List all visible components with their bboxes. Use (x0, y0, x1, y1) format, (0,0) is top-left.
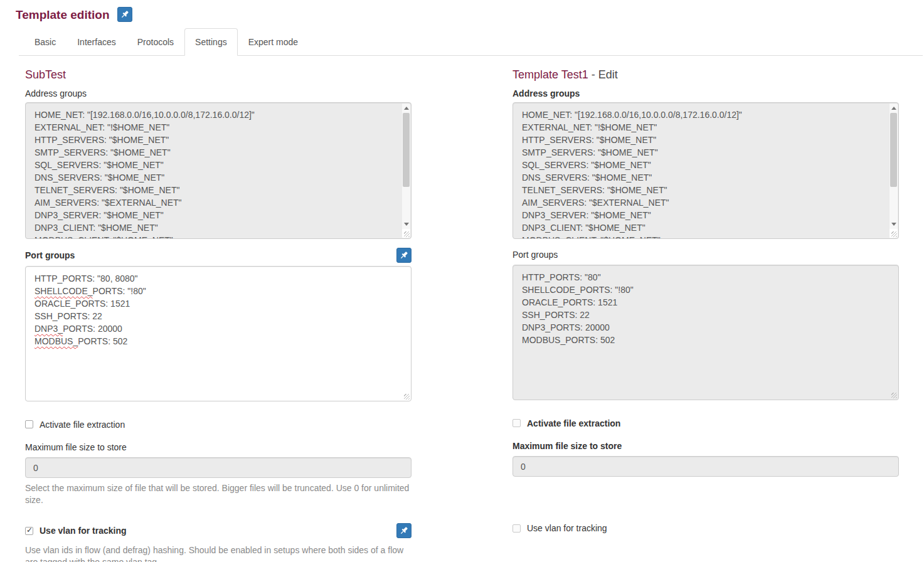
address-groups-textarea-left: HOME_NET: "[192.168.0.0/16,10.0.0.0/8,17… (25, 102, 412, 239)
template-test1-link[interactable]: Template Test1 (512, 68, 588, 81)
column-subtest: SubTest Address groups HOME_NET: "[192.1… (25, 56, 412, 562)
activate-file-extraction-label-right: Activate file extraction (527, 418, 620, 428)
tab-interfaces[interactable]: Interfaces (66, 28, 126, 56)
address-groups-label-left: Address groups (25, 88, 412, 99)
address-groups-textarea-right: HOME_NET: "[192.168.0.0/16,10.0.0.0/8,17… (512, 102, 899, 239)
pin-use-vlan-button[interactable] (396, 523, 412, 538)
max-file-size-input-left (25, 457, 412, 478)
scrollbar-right[interactable] (889, 103, 898, 229)
max-file-size-label-left: Maximum file size to store (25, 442, 412, 453)
resize-grip-icon[interactable] (404, 394, 410, 400)
page-header: Template edition (0, 0, 924, 22)
scrollbar-thumb[interactable] (403, 113, 410, 187)
activate-file-extraction-checkbox-right (512, 419, 521, 427)
subtest-link[interactable]: SubTest (25, 68, 66, 81)
tab-bar: Basic Interfaces Protocols Settings Expe… (19, 28, 923, 56)
use-vlan-checkbox-left[interactable] (25, 527, 33, 535)
port-groups-textarea-left[interactable]: HTTP_PORTS: "80, 8080"SHELLCODE_PORTS: "… (25, 266, 412, 401)
scroll-down-icon[interactable] (402, 220, 410, 228)
use-vlan-help: Use vlan ids in flow (and defrag) hashin… (25, 544, 412, 562)
activate-file-extraction-checkbox-left[interactable] (25, 420, 33, 428)
port-groups-text-right: HTTP_PORTS: "80" SHELLCODE_PORTS: "!80" … (513, 265, 898, 400)
tab-settings[interactable]: Settings (184, 28, 238, 56)
use-vlan-checkbox-right (512, 524, 521, 533)
address-groups-text-right: HOME_NET: "[192.168.0.0/16,10.0.0.0/8,17… (513, 103, 898, 238)
address-groups-label-right: Address groups (512, 88, 899, 99)
resize-grip-icon[interactable] (891, 393, 897, 398)
template-heading: Template Test1 - Edit (512, 68, 899, 82)
pin-port-groups-button[interactable] (396, 248, 412, 263)
use-vlan-label-right: Use vlan for tracking (527, 523, 607, 533)
page-title: Template edition (16, 8, 110, 22)
address-groups-text-left: HOME_NET: "[192.168.0.0/16,10.0.0.0/8,17… (26, 103, 411, 238)
pushpin-icon (400, 251, 408, 260)
scroll-up-icon[interactable] (889, 104, 898, 112)
max-file-size-help: Select the maximum size of file that wil… (25, 482, 412, 506)
template-edit-link[interactable]: - Edit (588, 68, 618, 81)
scroll-up-icon[interactable] (402, 104, 410, 112)
activate-file-extraction-label-left: Activate file extraction (40, 420, 125, 430)
port-groups-textarea-right: HTTP_PORTS: "80" SHELLCODE_PORTS: "!80" … (512, 265, 899, 400)
use-vlan-label-left: Use vlan for tracking (40, 526, 127, 536)
scrollbar-thumb[interactable] (890, 113, 897, 187)
pushpin-icon (400, 526, 408, 535)
column-template-test1: Template Test1 - Edit Address groups HOM… (512, 56, 899, 562)
tab-protocols[interactable]: Protocols (127, 28, 184, 56)
scroll-down-icon[interactable] (889, 220, 898, 228)
resize-grip-icon[interactable] (891, 231, 897, 237)
tab-basic[interactable]: Basic (24, 28, 66, 56)
pushpin-icon (120, 10, 129, 19)
max-file-size-input-right (512, 456, 899, 477)
port-groups-text-left: HTTP_PORTS: "80, 8080"SHELLCODE_PORTS: "… (26, 267, 411, 401)
pin-title-button[interactable] (117, 7, 132, 22)
scrollbar-left[interactable] (402, 103, 410, 229)
resize-grip-icon[interactable] (404, 231, 410, 237)
port-groups-label-left: Port groups (25, 250, 75, 261)
subtest-heading: SubTest (25, 68, 412, 82)
tab-expert-mode[interactable]: Expert mode (238, 28, 309, 56)
port-groups-label-right: Port groups (512, 250, 558, 260)
max-file-size-label-right: Maximum file size to store (512, 441, 899, 452)
